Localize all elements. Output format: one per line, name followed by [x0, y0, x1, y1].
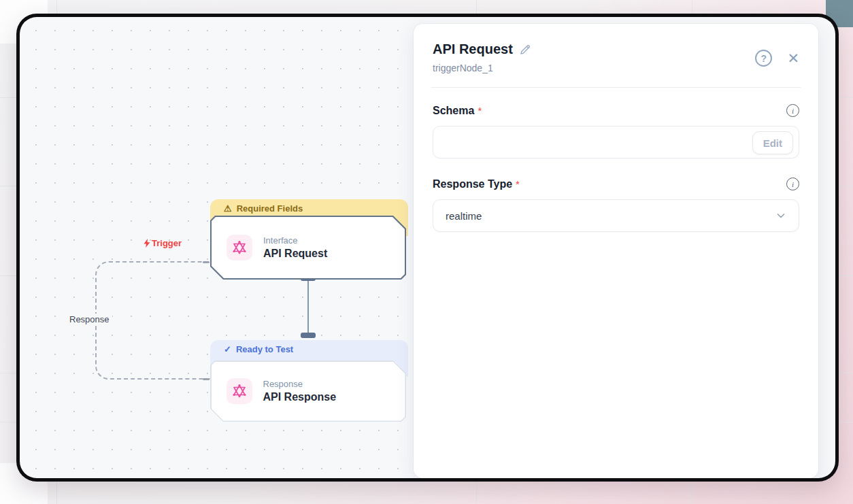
node-id-label: triggerNode_1 [433, 63, 531, 73]
node-title: API Response [263, 391, 337, 403]
help-icon[interactable]: ? [755, 50, 772, 67]
node-config-panel: API Request triggerNode_1 ? ✕ [414, 24, 818, 478]
schema-field-group: Schema* i Edit [433, 104, 799, 158]
connector-edge[interactable] [307, 278, 309, 338]
panel-header: API Request triggerNode_1 ? ✕ [433, 41, 799, 73]
response-type-field-label: Response Type [433, 178, 512, 190]
node-type-label: Response [263, 379, 337, 389]
api-response-node[interactable]: Response API Response [210, 360, 406, 422]
response-edge-label: Response [67, 314, 112, 325]
schema-input[interactable]: Edit [433, 126, 799, 158]
request-left-handle[interactable] [203, 261, 210, 263]
trigger-label-text: Trigger [152, 238, 182, 248]
chevron-down-icon [775, 210, 786, 221]
required-fields-banner-text: Required Fields [237, 203, 303, 214]
interface-node-icon [227, 235, 252, 261]
node-title: API Request [263, 248, 327, 260]
required-mark: * [478, 105, 482, 116]
panel-title: API Request [433, 41, 513, 57]
ready-to-test-banner-text: Ready to Test [236, 343, 293, 355]
screenshot-frame: Response Trigger ⚠ Required Fields [16, 14, 839, 482]
close-icon[interactable]: ✕ [787, 51, 799, 65]
api-request-node[interactable]: Interface API Request [210, 216, 406, 280]
workflow-canvas[interactable]: Response Trigger ⚠ Required Fields [20, 17, 835, 478]
trigger-label: Trigger [143, 238, 182, 248]
check-icon: ✓ [224, 343, 231, 355]
target-handle[interactable] [301, 333, 316, 338]
response-type-field-group: Response Type* i realtime [433, 178, 799, 232]
panel-divider [431, 87, 801, 88]
response-type-select[interactable]: realtime [433, 199, 799, 232]
response-edge[interactable] [95, 261, 210, 380]
edit-pencil-icon[interactable] [519, 44, 531, 56]
warning-icon: ⚠ [224, 203, 232, 214]
response-node-icon [227, 378, 252, 404]
required-mark: * [516, 178, 520, 190]
info-icon[interactable]: i [786, 104, 799, 117]
schema-edit-button[interactable]: Edit [752, 131, 793, 154]
info-icon[interactable]: i [786, 178, 799, 190]
lightning-bolt-icon [143, 239, 151, 248]
response-left-handle[interactable] [203, 378, 210, 380]
response-type-selected-value: realtime [446, 210, 482, 222]
node-type-label: Interface [263, 235, 327, 246]
schema-field-label: Schema [433, 105, 474, 116]
